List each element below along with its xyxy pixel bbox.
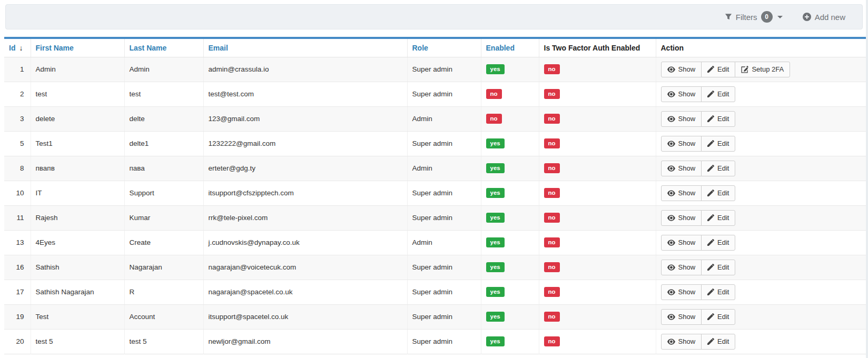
add-new-button[interactable]: Add new [803,13,845,22]
cell-email: test@test.com [203,82,407,106]
cell-role: Super admin [407,329,481,354]
table-row: 3deletedelte123@gmail.comAdminnonoShowEd… [4,106,866,131]
eye-icon [667,264,675,271]
column-header-email[interactable]: Email [203,38,407,57]
enabled-badge: no [486,114,502,124]
action-button-group: ShowEdit [661,334,736,350]
action-button-group: ShowEdit [661,136,736,152]
edit-button[interactable]: Edit [701,210,735,226]
pencil-icon [707,313,714,320]
show-button[interactable]: Show [661,161,702,176]
cell-two-factor: no [539,205,656,230]
column-header-enabled[interactable]: Enabled [481,38,539,57]
cell-email: j.cudnovskis@dynapay.co.uk [203,230,407,255]
eye-icon [667,116,675,122]
eye-icon [667,215,675,221]
table-row: 8пвапвпаваerteter@gdg.tyAdminyesnoShowEd… [4,156,866,181]
pencil-icon [707,214,714,221]
cell-enabled: yes [481,205,539,230]
edit-button-label: Edit [717,263,729,271]
cell-enabled: no [481,106,539,131]
filters-button[interactable]: Filters 0 [725,11,783,23]
column-header-role[interactable]: Role [407,38,481,57]
cell-action: ShowEditSetup 2FA [656,57,866,82]
show-button-label: Show [678,140,696,147]
cell-action: ShowEdit [656,255,866,280]
edit-button[interactable]: Edit [701,334,735,350]
show-button[interactable]: Show [661,334,702,350]
users-table-container: Id↓ First Name Last Name Email Role Enab… [4,37,866,354]
edit-button[interactable]: Edit [701,161,735,176]
eye-icon [667,190,675,196]
edit-button[interactable]: Edit [701,62,735,77]
enabled-badge: yes [486,312,505,322]
cell-two-factor: no [539,82,656,106]
enabled-badge: yes [486,138,505,148]
cell-last-name: Admin [124,57,203,82]
pencil-icon [707,140,714,147]
setup-2fa-button[interactable]: Setup 2FA [735,62,790,77]
two-factor-badge: no [544,188,560,198]
cell-first-name: test 5 [31,329,124,354]
cell-action: ShowEdit [656,205,866,230]
table-header-row: Id↓ First Name Last Name Email Role Enab… [4,38,866,57]
two-factor-badge: no [544,237,560,247]
edit-button[interactable]: Edit [701,111,735,127]
cell-action: ShowEdit [656,82,866,106]
show-button[interactable]: Show [661,284,702,300]
cell-id: 1 [4,57,31,82]
column-header-id[interactable]: Id↓ [4,38,31,57]
edit-button-label: Edit [717,115,729,123]
edit-button[interactable]: Edit [701,185,735,201]
enabled-badge: yes [486,262,505,272]
edit-button[interactable]: Edit [701,136,735,152]
enabled-badge: yes [486,287,505,297]
cell-first-name: Sathish [31,255,124,280]
edit-button[interactable]: Edit [701,284,735,300]
edit-button-label: Edit [717,90,729,98]
column-header-action: Action [656,38,866,57]
cell-email: 123@gmail.com [203,106,407,131]
cell-role: Super admin [407,280,481,304]
column-header-last-name[interactable]: Last Name [124,38,203,57]
enabled-badge: yes [486,213,505,223]
edit-button[interactable]: Edit [701,309,735,325]
cell-two-factor: no [539,329,656,354]
cell-last-name: test 5 [124,329,203,354]
show-button[interactable]: Show [661,185,702,201]
show-button[interactable]: Show [661,111,702,127]
cell-action: ShowEdit [656,106,866,131]
show-button[interactable]: Show [661,235,702,251]
show-button[interactable]: Show [661,136,702,152]
show-button[interactable]: Show [661,210,702,226]
cell-role: Admin [407,106,481,131]
cell-id: 20 [4,329,31,354]
two-factor-badge: no [544,213,560,223]
show-button[interactable]: Show [661,62,702,77]
edit-button[interactable]: Edit [701,260,735,275]
cell-last-name: test [124,82,203,106]
edit-button[interactable]: Edit [701,86,735,102]
show-button[interactable]: Show [661,260,702,275]
two-factor-badge: no [544,138,560,148]
column-header-first-name[interactable]: First Name [31,38,124,57]
edit-button-label: Edit [717,214,729,222]
cell-email: itsupport@spacetel.co.uk [203,304,407,329]
edit-button[interactable]: Edit [701,235,735,251]
show-button[interactable]: Show [661,309,702,325]
cell-email: nagarajan@voicetecuk.com [203,255,407,280]
cell-id: 2 [4,82,31,106]
eye-icon [667,314,675,320]
cell-id: 19 [4,304,31,329]
cell-email: 1232222@gmail.com [203,131,407,156]
pencil-icon [707,115,714,122]
table-row: 10ITSupportitsupport@cfszipptech.comSupe… [4,181,866,205]
filters-count-badge: 0 [761,11,773,23]
column-header-id-label: Id [9,44,15,52]
cell-role: Admin [407,230,481,255]
eye-icon [667,66,675,73]
show-button-label: Show [678,214,696,222]
pencil-icon [707,289,714,295]
two-factor-badge: no [544,336,560,346]
show-button[interactable]: Show [661,86,702,102]
